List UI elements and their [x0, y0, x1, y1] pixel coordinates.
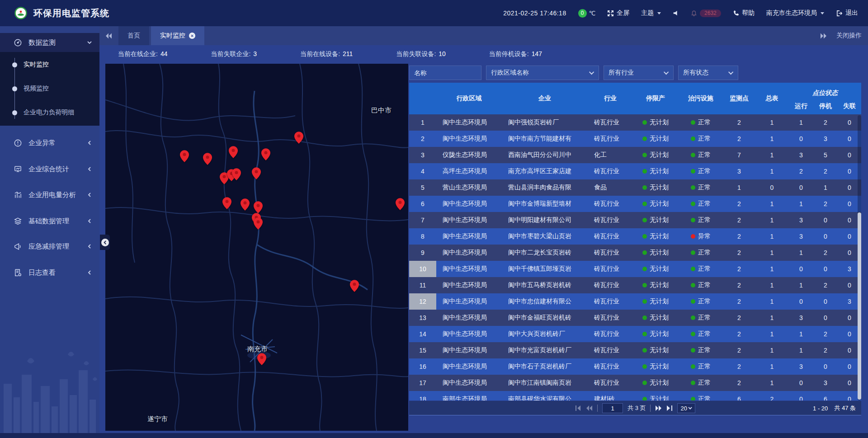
status-select[interactable]: 所有状态	[678, 66, 738, 80]
last-page-button[interactable]	[667, 405, 673, 411]
map-pin-icon[interactable]	[229, 146, 238, 158]
theme-dropdown[interactable]: 主题	[641, 9, 661, 17]
table-cell: 1	[755, 358, 789, 375]
table-cell: 0	[789, 131, 813, 147]
table-row[interactable]: 6阆中生态环境局阆中市金博瑞新型墙材砖瓦行业无计划正常21120	[409, 196, 861, 212]
map-pin-icon[interactable]	[180, 150, 189, 162]
map-pin-icon[interactable]	[261, 148, 270, 160]
fullscreen-button[interactable]: 全屏	[607, 9, 629, 17]
map-collapse-handle[interactable]	[100, 235, 110, 250]
map-pin-icon[interactable]	[396, 198, 405, 210]
org-dropdown[interactable]: 南充市生态环境局	[766, 9, 824, 17]
table-cell: 砖瓦行业	[588, 114, 633, 131]
bell-icon	[691, 10, 697, 17]
logout-button[interactable]: 退出	[836, 9, 858, 17]
map-city-label: 南充市	[247, 345, 268, 353]
org-name: 南充市生态环境局	[766, 9, 817, 17]
prev-page-button[interactable]	[586, 405, 593, 411]
stat-online-enterprises: 当前在线企业:44	[118, 50, 167, 58]
table-cell: 砖瓦行业	[588, 212, 633, 228]
column-company: 企业	[502, 83, 588, 114]
sidebar-item-log-view[interactable]: 日志查看	[0, 265, 99, 280]
table-row[interactable]: 8阆中生态环境局阆中市枣碧大梁山页岩砖瓦行业无计划异常21300	[409, 228, 861, 245]
map-pin-icon[interactable]	[232, 168, 241, 180]
double-chevron-right-icon[interactable]	[820, 33, 826, 39]
close-operations-button[interactable]: 关闭操作	[836, 32, 862, 40]
sidebar-item-data-monitor[interactable]: 数据监测	[0, 35, 99, 50]
temperature-value: 0	[578, 9, 587, 18]
column-pollution-facility: 治污设施	[678, 83, 723, 114]
table-scrollbar	[858, 115, 861, 400]
table-row[interactable]: 3仪陇生态环境局西南油气田分公司川中化工无计划正常71350	[409, 147, 861, 163]
chevron-down-icon	[589, 70, 594, 75]
sidebar-item-enterprise-abnormal[interactable]: 企业异常	[0, 135, 99, 151]
table-cell: 0	[813, 212, 838, 228]
tab-realtime-monitor[interactable]: 实时监控 ×	[151, 26, 204, 45]
table-row[interactable]: 7阆中生态环境局阆中明阳建材有限公司砖瓦行业无计划正常21300	[409, 212, 861, 228]
table-cell: 阆中生态环境局	[436, 245, 502, 261]
table-row[interactable]: 4高坪生态环境局南充市高坪区王家店建砖瓦行业无计划正常31220	[409, 163, 861, 179]
page-size-select[interactable]: 20	[678, 403, 695, 413]
map-pin-icon[interactable]	[257, 353, 266, 365]
temperature-badge: 0 ℃	[578, 9, 596, 18]
sidebar-item-video-monitor[interactable]: 视频监控	[0, 84, 99, 93]
table-row[interactable]: 16阆中生态环境局阆中市石子页岩机砖厂砖瓦行业无计划正常21300	[409, 358, 861, 375]
app-root: 环保用电监管系统 2021-02-25 17:46:18 0 ℃ 全屏 主题	[0, 0, 868, 438]
map-pin-icon[interactable]	[241, 198, 250, 211]
table-row[interactable]: 18南部生态环境局南部县砚华水泥有限公建材|砖无计划正常62060	[409, 391, 861, 400]
sidebar-item-power-analysis[interactable]: 企业用电量分析	[0, 187, 99, 203]
table-cell: 1	[755, 163, 789, 179]
table-cell: 2	[723, 358, 755, 375]
close-tab-icon[interactable]: ×	[189, 33, 195, 39]
table-row[interactable]: 10阆中生态环境局阆中千佛镇五郎垭页岩砖瓦行业无计划正常21003	[409, 261, 861, 277]
table-row[interactable]: 11阆中生态环境局阆中市五马桥页岩机砖砖瓦行业无计划正常21120	[409, 277, 861, 293]
notification-button[interactable]: 2632	[691, 9, 721, 17]
table-cell: 5	[409, 179, 436, 196]
region-select[interactable]: 行政区域名称	[486, 66, 599, 80]
table-cell: 1	[789, 245, 813, 261]
page-number-input[interactable]: 1	[602, 403, 623, 413]
next-page-button[interactable]	[656, 405, 662, 411]
table-cell: 2	[723, 293, 755, 310]
table-row[interactable]: 2阆中生态环境局阆中市南方节能建材有砖瓦行业无计划正常21030	[409, 131, 861, 147]
table-cell: 2	[723, 196, 755, 212]
map-pin-icon[interactable]	[294, 132, 303, 144]
sidebar-item-power-load-detail[interactable]: 企业电力负荷明细	[0, 108, 99, 117]
scrollbar-thumb[interactable]	[858, 212, 861, 400]
map-pin-icon[interactable]	[254, 217, 263, 230]
collapse-arrow-icon	[101, 239, 109, 246]
table-row[interactable]: 15阆中生态环境局阆中市光富页岩机砖厂砖瓦行业无计划正常21120	[409, 342, 861, 358]
map-panel[interactable]: 巴中市 南充市 遂宁市	[105, 64, 408, 431]
table-cell: 阆中市枣碧大梁山页岩	[502, 228, 588, 245]
table-cell: 正常	[678, 391, 723, 400]
map-pin-icon[interactable]	[254, 201, 263, 213]
industry-select[interactable]: 所有行业	[604, 66, 674, 80]
table-cell: 南充市高坪区王家店建	[502, 163, 588, 179]
mute-button[interactable]	[673, 10, 679, 16]
help-button[interactable]: 帮助	[733, 9, 755, 17]
table-cell: 11	[409, 277, 436, 293]
table-row[interactable]: 9阆中生态环境局阆中市二龙长宝页岩砖砖瓦行业无计划正常21120	[409, 245, 861, 261]
map-pin-icon[interactable]	[350, 280, 359, 292]
first-page-button[interactable]	[575, 405, 581, 411]
sidebar-item-emergency-reduction[interactable]: 应急减排管理	[0, 239, 99, 254]
sidebar-item-base-data[interactable]: 基础数据管理	[0, 213, 99, 229]
sidebar-item-enterprise-statistics[interactable]: 企业综合统计	[0, 161, 99, 177]
tabs-scroll-left-button[interactable]	[99, 26, 118, 45]
map-pin-icon[interactable]	[222, 197, 231, 209]
table-row[interactable]: 5营山生态环境局营山县润丰肉食品有限食品无计划正常10010	[409, 179, 861, 196]
table-cell: 1	[789, 196, 813, 212]
table-row[interactable]: 12阆中生态环境局阆中市忠信建材有限公砖瓦行业无计划正常21003	[409, 293, 861, 310]
table-cell: 无计划	[633, 163, 678, 179]
sidebar-item-realtime-monitor[interactable]: 实时监控	[0, 60, 99, 69]
map-pin-icon[interactable]	[203, 153, 212, 165]
name-search-input[interactable]	[409, 66, 481, 80]
table-row[interactable]: 13阆中生态环境局阆中市金福旺页岩机砖砖瓦行业无计划正常21300	[409, 310, 861, 326]
tab-home[interactable]: 首页	[118, 26, 149, 45]
table-row[interactable]: 1阆中生态环境局阆中强锐页岩砖厂砖瓦行业无计划正常21120	[409, 114, 861, 131]
status-dot-icon	[642, 153, 647, 157]
table-row[interactable]: 17阆中生态环境局阆中市江南镇阆南页岩砖瓦行业无计划正常21030	[409, 375, 861, 391]
column-total-meter: 总表	[755, 83, 789, 114]
map-pin-icon[interactable]	[252, 167, 261, 179]
table-row[interactable]: 14阆中生态环境局阆中大兴页岩机砖厂砖瓦行业无计划正常21120	[409, 326, 861, 342]
